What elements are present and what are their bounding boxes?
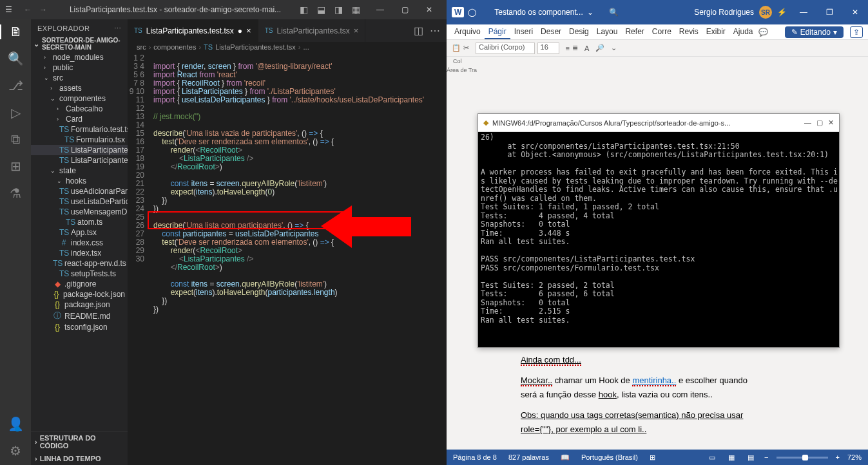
- close-button[interactable]: ✕: [417, 0, 441, 19]
- ribbon-tab[interactable]: Corre: [648, 25, 675, 39]
- doc-dropdown-icon[interactable]: ⌄: [587, 8, 593, 17]
- numbering-icon[interactable]: ≣: [572, 44, 578, 52]
- file-item[interactable]: TSindex.tsx: [31, 248, 128, 258]
- file-item[interactable]: TSuseListaDeParticipantes.tsx: [31, 196, 128, 207]
- back-icon[interactable]: ←: [24, 5, 32, 14]
- file-item[interactable]: ⓘREADME.md: [31, 310, 128, 322]
- folder-item[interactable]: ⌄src: [31, 73, 128, 83]
- search-icon[interactable]: 🔍: [609, 8, 619, 17]
- print-layout-icon[interactable]: ▦: [726, 453, 737, 462]
- folder-item[interactable]: ›public: [31, 62, 128, 73]
- editor-tab[interactable]: TSListaParticipantes.tsx×: [258, 19, 366, 42]
- breadcrumb[interactable]: src› componentes› TS ListaParticipantes.…: [128, 42, 447, 52]
- zoom-in-button[interactable]: +: [836, 453, 840, 461]
- fwd-icon[interactable]: →: [39, 5, 47, 14]
- code-editor[interactable]: 1 2 3 4 5 6 7 8 9 10 11 12 13 14 15 16 1…: [128, 52, 447, 465]
- word-minimize-button[interactable]: —: [791, 0, 816, 24]
- editing-mode-button[interactable]: ✎ Editando ▾: [785, 26, 844, 38]
- file-item[interactable]: TSsetupTests.ts: [31, 269, 128, 279]
- folder-item[interactable]: ⌄componentes: [31, 93, 128, 104]
- folder-item[interactable]: ›assets: [31, 83, 128, 93]
- terminal-titlebar[interactable]: ◆ MINGW64:/d/Programação/Cursos Alura/Ty…: [478, 114, 839, 132]
- term-minimize-button[interactable]: —: [804, 119, 811, 127]
- folder-item[interactable]: ›Cabecalho: [31, 104, 128, 114]
- accessibility-icon[interactable]: ⊞: [650, 453, 655, 462]
- document-body-text[interactable]: Ainda com tdd... Mockar.. chamar um Hook…: [521, 353, 798, 437]
- layout-panel-bottom-icon[interactable]: ⬓: [317, 5, 325, 15]
- ribbon-collapse-icon[interactable]: ⌄: [611, 44, 617, 52]
- file-item[interactable]: {}tsconfig.json: [31, 322, 128, 332]
- find-icon[interactable]: 🔎: [595, 44, 604, 52]
- word-app-icon[interactable]: W: [452, 7, 464, 17]
- maximize-button[interactable]: ▢: [392, 0, 417, 19]
- ribbon-mode-icon[interactable]: ⚡: [777, 8, 787, 17]
- split-editor-icon[interactable]: ◫: [414, 24, 423, 37]
- file-item[interactable]: {}package.json: [31, 299, 128, 310]
- remote-icon[interactable]: ⊞: [10, 158, 21, 174]
- ribbon-tab[interactable]: Desig: [565, 25, 593, 39]
- source-control-icon[interactable]: ⎇: [8, 78, 23, 93]
- word-document-area[interactable]: Col Área de Tra ◆ MINGW64:/d/Programação…: [447, 57, 868, 450]
- editor-tab[interactable]: TSListaParticipantes.test.tsx●×: [128, 19, 258, 42]
- settings-icon[interactable]: ⚙: [10, 443, 21, 459]
- layout-customize-icon[interactable]: ▦: [352, 5, 360, 15]
- font-name-select[interactable]: Calibri (Corpo): [476, 43, 535, 54]
- autosave-icon[interactable]: ◯: [468, 8, 476, 17]
- ribbon-tab[interactable]: Layou: [593, 25, 622, 39]
- file-item[interactable]: #index.css: [31, 238, 128, 248]
- layout-panel-right-icon[interactable]: ◨: [334, 5, 343, 15]
- file-item[interactable]: TSListaParticipantes.test.tsx: [31, 145, 128, 155]
- share-button[interactable]: ⇪: [850, 26, 863, 38]
- user-avatar[interactable]: SR: [759, 6, 772, 19]
- folder-item[interactable]: ⌄state: [31, 166, 128, 176]
- word-count[interactable]: 827 palavras: [508, 453, 549, 461]
- run-debug-icon[interactable]: ▷: [11, 105, 21, 120]
- cut-icon[interactable]: ✂: [463, 44, 469, 52]
- folder-item[interactable]: ›node_modules: [31, 52, 128, 62]
- file-item[interactable]: TSatom.ts: [31, 217, 128, 227]
- explorer-icon[interactable]: 🗎: [0, 24, 31, 39]
- ribbon-tab[interactable]: Refer: [621, 25, 648, 39]
- folder-item[interactable]: ⌄hooks: [31, 176, 128, 186]
- file-item[interactable]: {}package-lock.json: [31, 289, 128, 299]
- ribbon-tab[interactable]: Revis: [675, 25, 702, 39]
- term-close-button[interactable]: ✕: [828, 119, 834, 127]
- minimize-button[interactable]: —: [368, 0, 392, 19]
- font-size-select[interactable]: 16: [537, 43, 559, 54]
- extensions-icon[interactable]: ⧉: [11, 132, 20, 147]
- file-item[interactable]: ◆.gitignore: [31, 279, 128, 289]
- bullets-icon[interactable]: ≡: [566, 44, 570, 52]
- file-item[interactable]: TSuseAdicionarParticipante.ts: [31, 186, 128, 196]
- term-maximize-button[interactable]: ▢: [816, 119, 823, 127]
- comments-icon[interactable]: 💬: [758, 28, 768, 37]
- ribbon-tab[interactable]: Inseri: [510, 25, 537, 39]
- outline-section[interactable]: ›ESTRUTURA DO CÓDIGO: [31, 432, 128, 452]
- timeline-section[interactable]: ›LINHA DO TEMPO: [31, 452, 128, 465]
- word-restore-button[interactable]: ❐: [816, 0, 842, 24]
- testing-icon[interactable]: ⚗: [10, 185, 21, 201]
- page-indicator[interactable]: Página 8 de 8: [453, 453, 497, 461]
- search-icon[interactable]: 🔍: [8, 51, 24, 66]
- ribbon-tab[interactable]: Exibir: [702, 25, 729, 39]
- project-header[interactable]: ⌄ SORTEADOR-DE-AMIGO-SECRETO-MAIN: [31, 35, 128, 52]
- terminal-output[interactable]: 26) at src/componentes/ListaParticipante…: [478, 132, 839, 347]
- file-item[interactable]: TSreact-app-env.d.ts: [31, 258, 128, 269]
- zoom-out-button[interactable]: −: [764, 453, 768, 461]
- paste-icon[interactable]: 📋: [452, 44, 461, 52]
- folder-item[interactable]: ›Card: [31, 114, 128, 124]
- web-layout-icon[interactable]: ▤: [745, 453, 757, 462]
- styles-icon[interactable]: A: [584, 44, 589, 52]
- file-item[interactable]: TSApp.tsx: [31, 227, 128, 238]
- zoom-slider[interactable]: [776, 457, 828, 459]
- word-close-button[interactable]: ✕: [842, 0, 868, 24]
- file-item[interactable]: TSListaParticipantes.tsx: [31, 155, 128, 166]
- accounts-icon[interactable]: 👤: [8, 416, 24, 432]
- more-icon[interactable]: ⋯: [430, 24, 440, 37]
- zoom-level[interactable]: 72%: [847, 453, 862, 461]
- spell-icon[interactable]: 📖: [561, 453, 570, 462]
- file-item[interactable]: TSFormulario.test.tsx: [31, 124, 128, 135]
- ribbon-tab[interactable]: Ajuda: [729, 25, 757, 39]
- focus-view-icon[interactable]: ▭: [706, 453, 718, 462]
- ribbon-tab[interactable]: Deser: [537, 25, 565, 39]
- layout-panel-left-icon[interactable]: ◧: [300, 5, 308, 15]
